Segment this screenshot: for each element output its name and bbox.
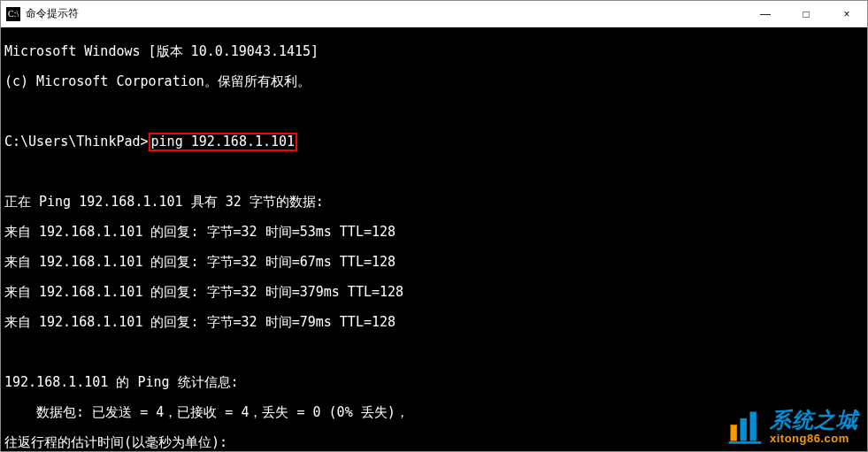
close-button[interactable]: × (826, 1, 867, 27)
window-title: 命令提示符 (26, 6, 79, 21)
ping-reply-line: 来自 192.168.1.101 的回复: 字节=32 时间=67ms TTL=… (4, 255, 864, 270)
maximize-button[interactable]: □ (786, 1, 826, 27)
blank-line (4, 165, 864, 180)
svg-text:C:\: C:\ (8, 9, 19, 19)
cmd-window: C:\ 命令提示符 — □ × Microsoft Windows [版本 10… (0, 0, 868, 452)
titlebar[interactable]: C:\ 命令提示符 — □ × (1, 1, 867, 27)
watermark-logo-icon (726, 407, 764, 446)
ping-stats-header: 192.168.1.101 的 Ping 统计信息: (4, 375, 864, 390)
version-line: Microsoft Windows [版本 10.0.19043.1415] (4, 44, 864, 59)
blank-line (4, 104, 864, 119)
cmd-icon: C:\ (6, 7, 20, 21)
minimize-button[interactable]: — (745, 1, 786, 27)
svg-rect-3 (741, 418, 747, 441)
ping-reply-line: 来自 192.168.1.101 的回复: 字节=32 时间=379ms TTL… (4, 285, 864, 300)
svg-rect-4 (750, 412, 757, 441)
blank-line (4, 345, 864, 360)
command-highlight-1: ping 192.168.1.101 (149, 133, 298, 151)
watermark-title: 系统之城 (770, 410, 858, 431)
titlebar-left: C:\ 命令提示符 (6, 6, 79, 21)
prompt-path: C:\Users\ThinkPad> (4, 134, 149, 149)
watermark-subtitle: xitong86.com (770, 433, 858, 444)
copyright-line: (c) Microsoft Corporation。保留所有权利。 (4, 74, 864, 89)
watermark-text: 系统之城 xitong86.com (770, 410, 858, 444)
ping-start-line: 正在 Ping 192.168.1.101 具有 32 字节的数据: (4, 195, 864, 210)
watermark: 系统之城 xitong86.com (726, 407, 858, 446)
prompt-line-1: C:\Users\ThinkPad>ping 192.168.1.101 (4, 134, 864, 149)
ping-reply-line: 来自 192.168.1.101 的回复: 字节=32 时间=53ms TTL=… (4, 225, 864, 240)
terminal-output[interactable]: Microsoft Windows [版本 10.0.19043.1415] (… (1, 27, 867, 451)
svg-rect-2 (731, 425, 737, 441)
window-controls: — □ × (745, 1, 867, 27)
ping-reply-line: 来自 192.168.1.101 的回复: 字节=32 时间=79ms TTL=… (4, 315, 864, 330)
